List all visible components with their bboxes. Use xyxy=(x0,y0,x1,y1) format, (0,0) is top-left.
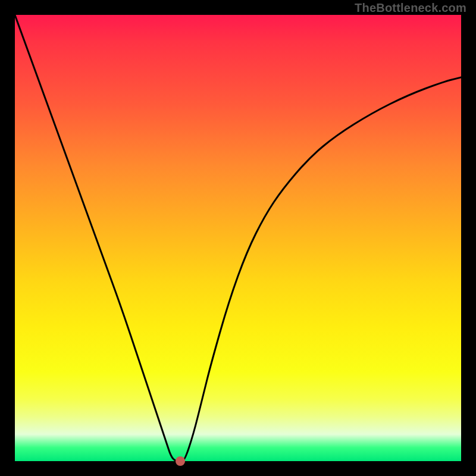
bottleneck-curve xyxy=(15,15,461,461)
watermark-text: TheBottleneck.com xyxy=(355,1,466,15)
optimal-point-marker xyxy=(176,456,185,466)
chart-frame xyxy=(0,0,476,476)
